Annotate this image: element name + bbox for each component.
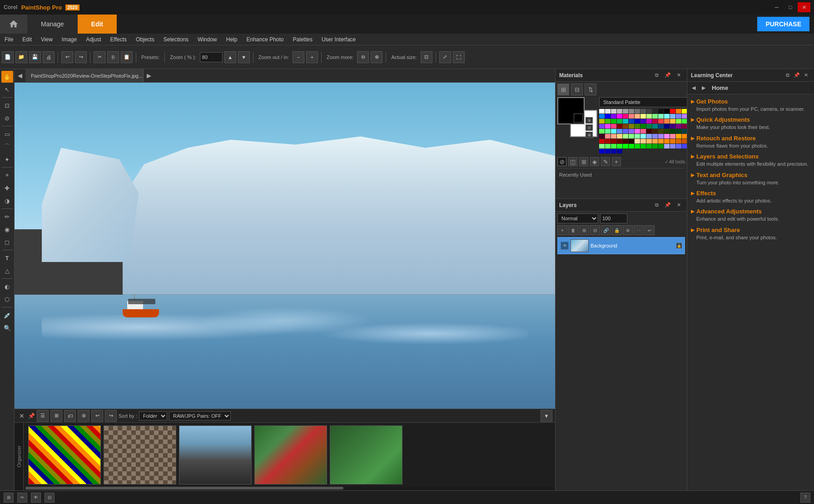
menu-image[interactable]: Image (57, 34, 81, 45)
open-file-button[interactable]: 📁 (15, 51, 27, 63)
menu-objects[interactable]: Objects (131, 34, 159, 45)
color-swatch[interactable] (664, 144, 670, 148)
menu-effects[interactable]: Effects (106, 34, 131, 45)
status-btn-1[interactable]: ⊞ (4, 493, 14, 503)
org-view-btn1[interactable]: ☰ (37, 410, 49, 422)
brush-tool[interactable]: ✏ (1, 211, 13, 222)
color-swatch[interactable] (640, 129, 646, 133)
new-file-button[interactable]: 📄 (2, 51, 14, 63)
color-swatch[interactable] (658, 109, 664, 114)
canvas-next-button[interactable]: ▶ (144, 70, 154, 81)
transparent-btn[interactable]: ⊘ (557, 157, 566, 166)
status-help-btn[interactable]: ? (800, 493, 810, 503)
color-swatch[interactable] (652, 124, 658, 128)
close-button[interactable]: ✕ (798, 2, 810, 12)
color-swatch[interactable] (664, 114, 670, 119)
color-swatch[interactable] (599, 144, 605, 148)
color-swatch[interactable] (629, 114, 634, 119)
lc-close-button[interactable]: ✕ (801, 71, 810, 80)
color-swatch[interactable] (676, 114, 681, 119)
color-swatch[interactable] (646, 129, 652, 133)
color-swatch[interactable] (611, 114, 616, 119)
color-swatch[interactable] (640, 139, 646, 143)
mat-swap-btn[interactable]: ⇅ (585, 84, 596, 95)
color-swatch[interactable] (646, 134, 652, 138)
color-swatch[interactable] (611, 139, 616, 143)
color-swatch[interactable] (640, 124, 646, 128)
color-swatch[interactable] (635, 144, 640, 148)
color-swatch[interactable] (611, 144, 616, 148)
select-tool[interactable]: ↖ (1, 84, 13, 95)
color-swatch[interactable] (599, 114, 605, 119)
color-swatch[interactable] (623, 119, 628, 124)
swap-colors-btn[interactable]: ⊠ (586, 132, 593, 138)
crop-tool[interactable]: ⊡ (1, 99, 13, 111)
lc-pin-button[interactable]: 📌 (792, 71, 801, 80)
zoom-more-in-button[interactable]: ⊕ (371, 51, 382, 63)
color-swatch[interactable] (605, 129, 610, 133)
recent-colors-btn[interactable]: ⊞ (586, 117, 593, 124)
texture-btn[interactable]: ◈ (590, 157, 599, 166)
color-swatch[interactable] (664, 134, 670, 138)
color-swatch[interactable] (676, 109, 681, 114)
color-swatch[interactable] (646, 119, 652, 124)
save-button[interactable]: 💾 (29, 51, 41, 63)
color-swatch[interactable] (640, 109, 646, 114)
lc-section-title-5[interactable]: ▶ Effects (691, 190, 810, 197)
color-swatch[interactable] (670, 134, 675, 138)
color-swatch[interactable] (611, 119, 616, 124)
color-swatch[interactable] (670, 129, 675, 133)
color-swatch[interactable] (605, 149, 610, 153)
lc-section-title-7[interactable]: ▶ Print and Share (691, 227, 810, 233)
menu-enhance-photo[interactable]: Enhance Photo (242, 34, 288, 45)
maximize-button[interactable]: □ (784, 2, 797, 12)
color-swatch[interactable] (623, 134, 628, 138)
straighten-tool[interactable]: ⊘ (1, 112, 13, 124)
lc-section-title-6[interactable]: ▶ Advanced Adjustments (691, 208, 810, 215)
color-swatch[interactable] (599, 124, 605, 128)
layers-fx-btn[interactable]: ⊛ (623, 225, 633, 235)
color-swatch[interactable] (617, 124, 622, 128)
menu-view[interactable]: View (36, 34, 57, 45)
color-swatch[interactable] (640, 134, 646, 138)
zoom-up-button[interactable]: ▲ (224, 51, 236, 63)
zoom-canvas-tool[interactable]: 🔍 (1, 322, 13, 334)
layers-close-button[interactable]: ✕ (674, 201, 683, 210)
layers-delete-btn[interactable]: 🗑 (568, 225, 578, 235)
color-swatch[interactable] (629, 129, 634, 133)
print-button[interactable]: 🖨 (43, 51, 55, 63)
layers-group-btn[interactable]: ⊞ (579, 225, 589, 235)
edit-tab[interactable]: Edit (78, 15, 117, 34)
lc-forward-button[interactable]: ▶ (699, 84, 708, 93)
menu-help[interactable]: Help (222, 34, 242, 45)
color-swatch[interactable] (605, 144, 610, 148)
dodge-tool[interactable]: ◐ (1, 281, 13, 292)
color-swatch[interactable] (605, 114, 610, 119)
sort-folder-select[interactable]: Folder (139, 411, 167, 420)
color-swatch[interactable] (676, 139, 681, 143)
color-swatch[interactable] (652, 114, 658, 119)
color-swatch[interactable] (646, 109, 652, 114)
cut-button[interactable]: ✂ (94, 51, 105, 63)
color-swatch[interactable] (629, 134, 634, 138)
color-swatch[interactable] (676, 129, 681, 133)
opacity-field[interactable]: 100 (600, 213, 627, 223)
color-swatch[interactable] (664, 119, 670, 124)
color-swatch[interactable] (599, 139, 605, 143)
color-swatch[interactable] (635, 139, 640, 143)
color-swatch[interactable] (646, 114, 652, 119)
text-tool[interactable]: T (1, 252, 13, 264)
canvas-prev-button[interactable]: ◀ (15, 70, 25, 81)
thumbnail-2[interactable] (104, 425, 176, 484)
thumbnail-5[interactable] (330, 425, 402, 484)
color-swatch[interactable] (617, 109, 622, 114)
layer-background[interactable]: 👁 Background 🔒 (557, 237, 685, 254)
layers-merge-btn[interactable]: ⊟ (590, 225, 600, 235)
blend-mode-select[interactable]: Normal Multiply Screen Overlay (557, 213, 598, 223)
color-swatch[interactable] (670, 119, 675, 124)
organizer-scrollbar-thumb[interactable] (25, 487, 343, 489)
org-back-btn[interactable]: ↩ (91, 410, 103, 422)
mat-mixer-btn[interactable]: ⊟ (571, 84, 583, 95)
purchase-button[interactable]: PURCHASE (757, 17, 809, 31)
color-swatch[interactable] (640, 114, 646, 119)
